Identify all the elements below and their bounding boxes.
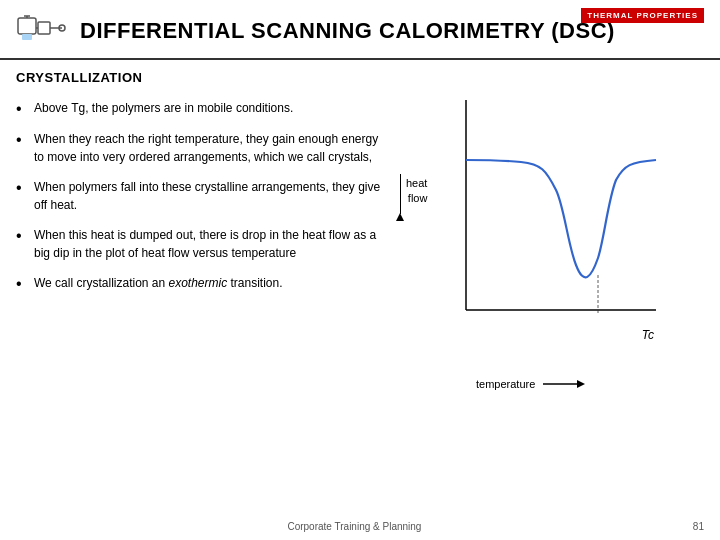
- dsc-chart: heat flow Tc: [396, 80, 676, 420]
- thermal-badge: THERMAL PROPERTIES: [581, 8, 704, 23]
- svg-rect-1: [38, 22, 50, 34]
- dsc-graph: [446, 90, 666, 350]
- bullet-text: When this heat is dumped out, there is d…: [34, 226, 386, 262]
- list-item: • Above Tg, the polymers are in mobile c…: [16, 99, 386, 118]
- list-item: • We call crystallization an exothermic …: [16, 274, 386, 293]
- temperature-label: temperature: [476, 378, 585, 390]
- bullet-text: When they reach the right temperature, t…: [34, 130, 386, 166]
- bullet-dot: •: [16, 226, 30, 245]
- list-item: • When this heat is dumped out, there is…: [16, 226, 386, 262]
- bullet-dot: •: [16, 274, 30, 293]
- svg-rect-0: [18, 18, 36, 34]
- bullet-text: When polymers fall into these crystallin…: [34, 178, 386, 214]
- svg-marker-12: [577, 380, 585, 388]
- text-section: CRYSTALLIZATION • Above Tg, the polymers…: [16, 70, 396, 530]
- bullet-list: • Above Tg, the polymers are in mobile c…: [16, 99, 386, 293]
- main-content: CRYSTALLIZATION • Above Tg, the polymers…: [0, 60, 720, 530]
- bullet-dot: •: [16, 130, 30, 149]
- footer-center: Corporate Training & Planning: [287, 521, 421, 532]
- heat-flow-label: heat flow: [396, 170, 427, 221]
- chart-section: heat flow Tc: [396, 70, 704, 530]
- heat-flow-text: heat flow: [406, 176, 427, 207]
- bullet-dot: •: [16, 178, 30, 197]
- bullet-text: Above Tg, the polymers are in mobile con…: [34, 99, 293, 117]
- svg-rect-3: [22, 34, 32, 40]
- bullet-dot: •: [16, 99, 30, 118]
- chart-svg-container: Tc: [446, 90, 666, 370]
- page-title: DIFFERENTIAL SCANNING CALORIMETRY (DSC): [80, 18, 615, 44]
- temperature-arrow-icon: [543, 379, 585, 389]
- footer: Corporate Training & Planning 81: [0, 521, 720, 532]
- header: DIFFERENTIAL SCANNING CALORIMETRY (DSC) …: [0, 0, 720, 60]
- footer-page: 81: [693, 521, 704, 532]
- list-item: • When they reach the right temperature,…: [16, 130, 386, 166]
- list-item: • When polymers fall into these crystall…: [16, 178, 386, 214]
- dsc-icon: [16, 10, 68, 52]
- bullet-text-mixed: We call crystallization an exothermic tr…: [34, 274, 283, 292]
- tc-label: Tc: [642, 328, 654, 342]
- section-title: CRYSTALLIZATION: [16, 70, 386, 85]
